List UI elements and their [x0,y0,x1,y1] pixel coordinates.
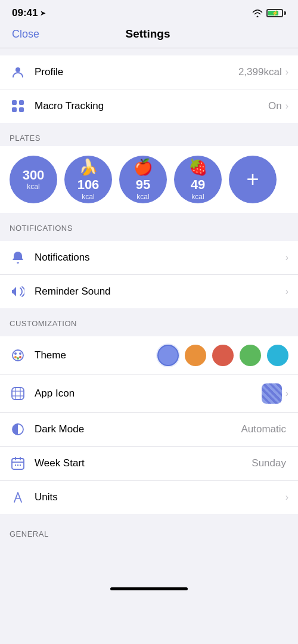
macro-icon [10,98,26,114]
theme-color-orange[interactable] [185,345,206,366]
theme-color-green[interactable] [240,345,261,366]
profile-section: Profile 2,399kcal › Macro Tracking On › [0,55,298,123]
profile-label: Profile [35,66,238,78]
speaker-icon [10,283,26,300]
dark-mode-icon [10,421,26,438]
dark-mode-value: Automatic [241,423,286,435]
macro-label: Macro Tracking [35,100,268,112]
svg-rect-17 [12,459,24,469]
status-time: 09:41 [12,7,38,19]
dark-mode-label: Dark Mode [35,423,241,435]
notifications-label: Notifications [35,252,284,264]
svg-point-10 [17,357,19,360]
svg-point-0 [15,67,20,72]
theme-color-picker [157,345,288,366]
svg-rect-4 [19,107,24,112]
notifications-header: NOTIFICATIONS [0,213,298,236]
customization-header: CUSTOMIZATION [0,308,298,332]
week-start-row[interactable]: Week Start Sunday [0,447,298,481]
plates-header: PLATES [0,123,298,146]
theme-color-red[interactable] [212,345,234,366]
macro-tracking-row[interactable]: Macro Tracking On › [0,89,298,123]
customization-section: Theme App Icon › [0,336,298,514]
svg-point-6 [14,352,17,355]
profile-row[interactable]: Profile 2,399kcal › [0,55,298,89]
profile-value: 2,399kcal [238,66,282,78]
svg-rect-1 [12,100,17,105]
strawberry-icon: 🍓 [188,158,207,177]
app-icon-icon [10,385,26,402]
units-icon [10,489,26,506]
notifications-row[interactable]: Notifications › [0,241,298,275]
app-icon-row[interactable]: App Icon › [0,375,298,413]
plate-1[interactable]: 300 kcal [10,156,57,203]
notifications-chevron: › [285,252,288,263]
status-bar: 09:41 ➤ ⚡ [0,0,298,23]
units-row[interactable]: Units › [0,481,298,514]
reminder-sound-row[interactable]: Reminder Sound › [0,275,298,308]
dark-mode-row[interactable]: Dark Mode Automatic [0,413,298,447]
app-icon-preview [262,383,282,404]
bell-icon [10,249,26,266]
nav-divider [0,48,298,48]
apple-icon: 🍎 [134,158,153,177]
units-chevron: › [285,492,288,503]
add-plate-button[interactable]: + [229,156,277,203]
theme-color-teal[interactable] [267,345,288,366]
app-icon-label: App Icon [35,388,262,400]
theme-row[interactable]: Theme [0,336,298,375]
home-indicator [0,578,298,596]
calendar-icon [10,455,26,472]
svg-point-23 [20,465,21,466]
general-header: GENERAL [0,519,298,542]
macro-value: On [268,100,282,112]
theme-color-purple[interactable] [157,345,179,366]
add-icon: + [246,169,259,190]
svg-rect-3 [12,107,17,112]
nav-bar: Close Settings [0,23,298,48]
svg-point-22 [17,465,18,466]
page-title: Settings [126,27,170,41]
svg-point-21 [15,465,16,466]
wifi-icon [252,9,263,17]
theme-label: Theme [35,349,157,361]
week-start-label: Week Start [35,457,252,469]
status-icons: ⚡ [252,9,286,17]
week-start-value: Sunday [252,457,286,469]
location-icon: ➤ [40,9,46,17]
svg-point-9 [19,356,21,358]
svg-point-8 [14,356,17,358]
palette-icon [10,347,26,364]
profile-icon [10,64,26,80]
macro-chevron: › [285,101,288,112]
svg-point-7 [19,352,21,355]
battery-icon: ⚡ [266,9,286,17]
profile-chevron: › [285,67,288,78]
home-bar [110,587,188,590]
notifications-section: Notifications › Reminder Sound › [0,241,298,308]
plates-row: 300 kcal 🍌 106 kcal 🍎 95 kcal 🍓 49 kcal … [10,156,288,203]
banana-icon: 🍌 [79,158,98,177]
app-icon-chevron: › [285,388,288,399]
svg-rect-2 [19,100,24,105]
plate-3[interactable]: 🍎 95 kcal [119,156,167,203]
svg-rect-11 [12,388,24,400]
plate-4[interactable]: 🍓 49 kcal [174,156,222,203]
close-button[interactable]: Close [12,28,39,41]
units-label: Units [35,491,284,503]
reminder-sound-chevron: › [285,286,288,297]
plate-2[interactable]: 🍌 106 kcal [64,156,112,203]
reminder-sound-label: Reminder Sound [35,286,284,298]
plates-section: 300 kcal 🍌 106 kcal 🍎 95 kcal 🍓 49 kcal … [0,146,298,213]
